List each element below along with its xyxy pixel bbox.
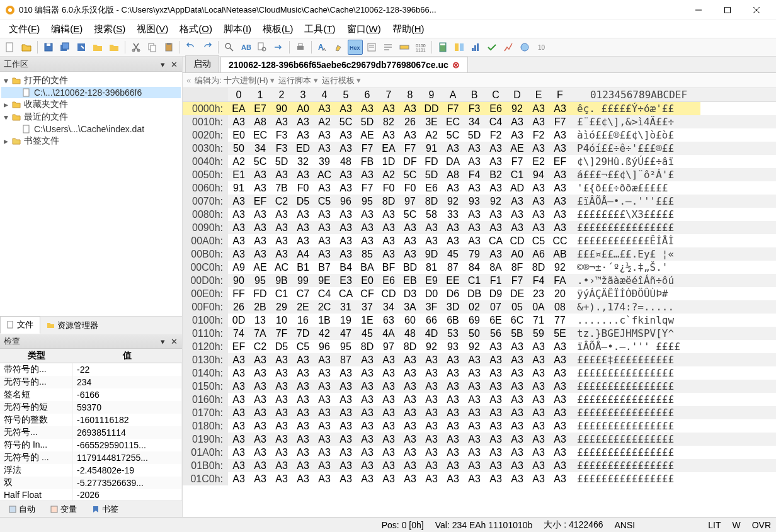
hex-byte[interactable]: A3	[399, 433, 421, 446]
hex-byte[interactable]: 0D	[228, 314, 249, 327]
hex-byte[interactable]: A3	[271, 433, 292, 446]
histogram-button[interactable]	[468, 40, 483, 55]
hex-byte[interactable]: A3	[314, 433, 335, 446]
hex-byte[interactable]: C5	[528, 234, 549, 247]
maximize-button[interactable]	[713, 0, 742, 20]
hex-byte[interactable]: A3	[357, 459, 378, 472]
hex-byte[interactable]: A3	[271, 247, 292, 261]
hex-byte[interactable]: A3	[249, 168, 271, 181]
hex-byte[interactable]: A3	[249, 247, 271, 261]
hex-byte[interactable]: EC	[249, 128, 271, 142]
hex-byte[interactable]: 4D	[421, 327, 442, 340]
hex-row[interactable]: 0020h:E0ECF3A3A3A3AEA3A3A25C5DF2A3F2A3àì…	[183, 128, 776, 142]
hex-byte[interactable]: F7	[442, 102, 464, 115]
hex-byte[interactable]: 91	[421, 142, 442, 155]
hex-byte[interactable]: A3	[378, 102, 399, 115]
hex-row[interactable]: 01C0h:A3A3A3A3A3A3A3A3A3A3A3A3A3A3A3A3££…	[183, 472, 776, 485]
hex-byte[interactable]: A3	[249, 208, 271, 221]
menu-item-8[interactable]: 窗口(W)	[342, 21, 386, 37]
hex-byte[interactable]: F7	[357, 142, 378, 155]
hex-byte[interactable]: A8	[249, 115, 271, 128]
hex-byte[interactable]: A3	[357, 366, 378, 380]
hex-byte[interactable]: B4	[335, 261, 357, 274]
binary-button[interactable]: 01001101	[413, 40, 428, 55]
folder-yellow-button[interactable]	[90, 40, 105, 55]
hex-byte[interactable]: A3	[549, 340, 571, 353]
menu-item-5[interactable]: 脚本(I)	[219, 21, 256, 37]
hex-byte[interactable]: EA	[228, 102, 249, 115]
hex-byte[interactable]: A3	[314, 142, 335, 155]
hex-byte[interactable]: 1E	[357, 314, 378, 327]
goto-button[interactable]	[271, 40, 286, 55]
hex-byte[interactable]: A3	[249, 419, 271, 433]
hex-byte[interactable]: A3	[549, 181, 571, 195]
hex-byte[interactable]: A3	[399, 221, 421, 234]
hex-byte[interactable]: A3	[399, 247, 421, 261]
hex-byte[interactable]: A3	[442, 393, 464, 406]
hex-byte[interactable]: 3D	[442, 300, 464, 314]
hex-byte[interactable]: 48	[399, 327, 421, 340]
hex-byte[interactable]: A3	[228, 234, 249, 247]
hex-byte[interactable]: A3	[335, 419, 357, 433]
hex-byte[interactable]: A4	[292, 247, 314, 261]
menu-item-6[interactable]: 模板(L)	[258, 21, 298, 37]
menu-item-4[interactable]: 格式(O)	[174, 21, 217, 37]
tree-file-item[interactable]: C:\...\210062-128-396b66f6	[1, 87, 181, 98]
hex-byte[interactable]: A3	[506, 393, 528, 406]
hex-byte[interactable]: 20	[549, 287, 571, 300]
checksum-button[interactable]	[484, 40, 499, 55]
hex-byte[interactable]: 90	[271, 102, 292, 115]
hex-byte[interactable]: F7	[506, 155, 528, 168]
hex-byte[interactable]: A3	[506, 115, 528, 128]
hex-byte[interactable]: 5D	[357, 115, 378, 128]
hex-byte[interactable]: A3	[249, 221, 271, 234]
hex-byte[interactable]: 16	[292, 314, 314, 327]
hex-byte[interactable]: 0A	[528, 300, 549, 314]
hex-byte[interactable]: A3	[314, 234, 335, 247]
hex-byte[interactable]: A3	[464, 234, 485, 247]
hex-byte[interactable]: A2	[421, 128, 442, 142]
hex-editor[interactable]: 0123456789ABCDEF0123456789ABCDEF 0000h:E…	[183, 88, 776, 517]
hex-byte[interactable]: A3	[292, 115, 314, 128]
hex-byte[interactable]: A3	[442, 446, 464, 459]
hex-byte[interactable]: A3	[335, 181, 357, 195]
hex-byte[interactable]: 26	[228, 300, 249, 314]
hex-byte[interactable]: A3	[271, 208, 292, 221]
find-button[interactable]	[222, 40, 237, 55]
inspector-row[interactable]: 无符号...2693851114	[0, 426, 182, 439]
hex-byte[interactable]: A3	[506, 128, 528, 142]
hex-byte[interactable]: 95	[249, 274, 271, 287]
hex-row[interactable]: 0130h:A3A3A3A3A387A3A3A3A3A3A3A3A3A3A3££…	[183, 353, 776, 366]
hex-byte[interactable]: 7F	[271, 327, 292, 340]
hex-byte[interactable]: 5C	[442, 128, 464, 142]
hex-byte[interactable]: 74	[228, 327, 249, 340]
hex-byte[interactable]: CA	[485, 234, 506, 247]
hex-byte[interactable]: A3	[271, 115, 292, 128]
hex-byte[interactable]: B7	[314, 261, 335, 274]
hex-byte[interactable]: A3	[485, 366, 506, 380]
hex-byte[interactable]: 5D	[271, 155, 292, 168]
inspector-tab[interactable]: 自动	[4, 502, 40, 517]
hex-byte[interactable]: 31	[335, 300, 357, 314]
hex-byte[interactable]: A3	[249, 446, 271, 459]
hex-byte[interactable]: A3	[549, 195, 571, 208]
hex-byte[interactable]: D9	[485, 287, 506, 300]
hex-byte[interactable]: D3	[399, 287, 421, 300]
menu-item-9[interactable]: 帮助(H)	[387, 21, 430, 37]
workspace-tab[interactable]: 资源管理器	[40, 317, 105, 334]
hex-byte[interactable]: 87	[335, 353, 357, 366]
hex-row[interactable]: 0190h:A3A3A3A3A3A3A3A3A3A3A3A3A3A3A3A3££…	[183, 433, 776, 446]
hex-byte[interactable]: A3	[506, 380, 528, 393]
hex-byte[interactable]: C7	[292, 287, 314, 300]
hex-byte[interactable]: A3	[442, 366, 464, 380]
hex-byte[interactable]: FD	[421, 155, 442, 168]
hex-byte[interactable]: A3	[228, 366, 249, 380]
hex-byte[interactable]: A3	[378, 433, 399, 446]
hex-byte[interactable]: 60	[399, 314, 421, 327]
hex-byte[interactable]: A3	[399, 353, 421, 366]
inspector-row[interactable]: 无符号的 ...1179144817255...	[0, 451, 182, 464]
inspector-tab[interactable]: 变量	[45, 502, 82, 517]
hex-row[interactable]: 00B0h:A3A3A3A4A3A385A3A39D4579A3A0A6AB££…	[183, 247, 776, 261]
hex-byte[interactable]: F4	[464, 168, 485, 181]
hex-byte[interactable]: A3	[506, 221, 528, 234]
